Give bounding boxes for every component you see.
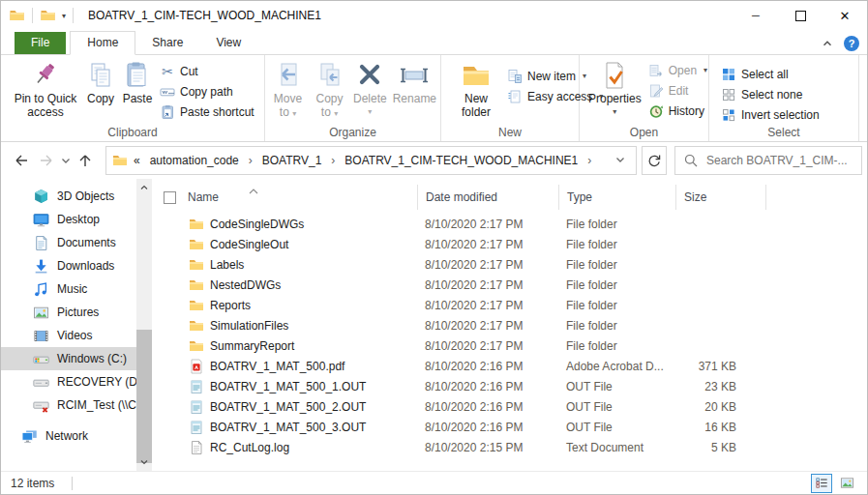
refresh-button[interactable] — [642, 146, 667, 175]
scroll-down-icon[interactable] — [138, 456, 150, 468]
cut-button[interactable]: ✂ Cut — [156, 61, 258, 81]
sidebar-item-label: Windows (C:) — [57, 352, 127, 365]
sidebar-item[interactable]: Downloads — [1, 254, 136, 277]
file-row[interactable]: BOATRV_1_MAT_500_1.OUT 8/10/2020 2:16 PM… — [156, 376, 867, 396]
app-folder-icon[interactable] — [9, 8, 25, 23]
file-row[interactable]: SimulationFiles 8/10/2020 2:17 PM File f… — [156, 315, 867, 335]
chevron-right-icon[interactable] — [241, 154, 260, 167]
move-to-button[interactable]: Move to — [267, 58, 309, 123]
help-icon[interactable] — [844, 36, 859, 51]
properties-button[interactable]: Properties — [585, 58, 644, 121]
select-none-button[interactable]: Select none — [717, 84, 823, 104]
thumbnail-view-button[interactable] — [836, 474, 857, 493]
history-button[interactable]: History — [644, 101, 711, 121]
file-name[interactable]: SimulationFiles — [210, 319, 288, 333]
pin-to-quick-access-button[interactable]: Pin to Quick access — [9, 58, 82, 121]
open-button[interactable]: Open — [644, 60, 711, 80]
sidebar-item[interactable]: Documents — [1, 231, 136, 254]
back-button[interactable] — [9, 146, 34, 175]
copy-to-button[interactable]: Copy to — [309, 58, 350, 123]
address-bar[interactable]: automation_code BOATRV_1 BOATRV_1_CIM-TE… — [105, 146, 637, 175]
sidebar-scrollbar[interactable] — [136, 179, 152, 471]
file-name[interactable]: BOATRV_1_MAT_500_2.OUT — [210, 400, 366, 414]
breadcrumb-overflow-icon[interactable] — [134, 154, 140, 167]
breadcrumb-label[interactable]: automation_code — [148, 152, 241, 169]
file-name[interactable]: RC_CutLog.log — [210, 441, 289, 454]
file-row[interactable]: Labels 8/10/2020 2:17 PM File folder — [156, 254, 867, 275]
collapse-ribbon-icon[interactable] — [821, 37, 834, 50]
maximize-button[interactable] — [778, 1, 823, 30]
file-name[interactable]: Reports — [210, 299, 251, 312]
address-dropdown-icon[interactable] — [611, 152, 630, 170]
tab-home[interactable]: Home — [70, 31, 135, 55]
sidebar-item[interactable]: 3D Objects — [1, 185, 136, 208]
sidebar-item[interactable]: Desktop — [1, 208, 136, 231]
close-button[interactable] — [823, 1, 867, 30]
file-name[interactable]: CodeSingleOut — [210, 238, 288, 251]
file-row[interactable]: CodeSingleDWGs 8/10/2020 2:17 PM File fo… — [156, 214, 867, 234]
column-header-date-modified[interactable]: Date modified — [417, 185, 558, 210]
thumbnail-view-icon — [840, 476, 854, 490]
file-name[interactable]: BOATRV_1_MAT_500_3.OUT — [210, 421, 366, 434]
tab-view[interactable]: View — [199, 32, 257, 54]
column-header-type[interactable]: Type — [558, 185, 675, 210]
file-name[interactable]: BOATRV_1_MAT_500_1.OUT — [210, 380, 366, 393]
select-all-button[interactable]: Select all — [717, 64, 823, 84]
item-count: 12 items — [11, 477, 54, 490]
rename-button[interactable]: Rename — [390, 58, 439, 107]
paste-shortcut-button[interactable]: Paste shortcut — [156, 102, 258, 122]
chevron-down-icon — [613, 152, 628, 167]
sidebar-item[interactable]: Music — [1, 277, 136, 301]
scrollbar-thumb[interactable] — [136, 330, 152, 463]
minimize-button[interactable] — [733, 1, 778, 30]
up-button[interactable] — [73, 146, 98, 175]
scroll-up-icon[interactable] — [138, 182, 150, 193]
chevron-right-icon[interactable] — [580, 154, 599, 167]
file-row[interactable]: CodeSingleOut 8/10/2020 2:17 PM File fol… — [156, 234, 867, 254]
select-all-checkbox[interactable] — [164, 191, 176, 204]
file-name[interactable]: SummaryReport — [210, 339, 294, 353]
sidebar-item[interactable]: RCIM_Test (\\Cir — [1, 393, 136, 417]
sidebar-item[interactable]: Windows (C:) — [1, 347, 136, 370]
file-row[interactable]: RC_CutLog.log 8/10/2020 2:15 PM Text Doc… — [156, 437, 867, 457]
quick-access-toolbar-dropdown-icon[interactable] — [62, 12, 66, 20]
forward-button[interactable] — [34, 146, 59, 175]
search-input[interactable] — [706, 154, 853, 167]
sort-ascending-icon[interactable] — [248, 185, 259, 192]
delete-label: Delete — [353, 92, 387, 105]
file-row[interactable]: SummaryReport 8/10/2020 2:17 PM File fol… — [156, 335, 867, 356]
videos-icon — [33, 328, 49, 344]
file-name[interactable]: BOATRV_1_MAT_500.pdf — [210, 360, 344, 373]
file-name[interactable]: CodeSingleDWGs — [210, 218, 304, 231]
tab-file[interactable]: File — [15, 32, 66, 54]
column-header-name[interactable]: Name — [156, 185, 417, 210]
new-folder-button[interactable]: New folder — [449, 58, 503, 121]
sidebar-item[interactable]: Pictures — [1, 301, 136, 324]
sidebar-item[interactable]: Videos — [1, 324, 136, 347]
new-group-label: New — [441, 126, 579, 139]
file-row[interactable]: Reports 8/10/2020 2:17 PM File folder — [156, 295, 867, 315]
quick-access-folder-icon[interactable] — [40, 8, 56, 23]
copy-button[interactable]: Copy — [82, 58, 119, 107]
file-row[interactable]: BOATRV_1_MAT_500_2.OUT 8/10/2020 2:16 PM… — [156, 396, 867, 417]
breadcrumb-label[interactable]: BOATRV_1_CIM-TECH_WOOD_MACHINE1 — [343, 152, 580, 169]
column-header-size[interactable]: Size — [675, 185, 765, 210]
tab-share[interactable]: Share — [135, 32, 199, 54]
file-row[interactable]: BOATRV_1_MAT_500.pdf 8/10/2020 2:16 PM A… — [156, 356, 867, 376]
invert-selection-button[interactable]: Invert selection — [717, 104, 823, 125]
file-name[interactable]: NestedDWGs — [210, 278, 281, 292]
paste-button[interactable]: Paste — [119, 58, 156, 107]
chevron-right-icon[interactable] — [323, 154, 343, 167]
copy-path-button[interactable]: Copy path — [156, 81, 258, 102]
details-view-button[interactable] — [811, 474, 832, 493]
file-row[interactable]: BOATRV_1_MAT_500_3.OUT 8/10/2020 2:16 PM… — [156, 417, 867, 437]
delete-button[interactable]: Delete — [350, 58, 390, 121]
file-row[interactable]: NestedDWGs 8/10/2020 2:17 PM File folder — [156, 275, 867, 295]
edit-button[interactable]: Edit — [644, 80, 711, 101]
recent-locations-button[interactable] — [59, 146, 73, 175]
pin-icon — [30, 60, 61, 91]
breadcrumb-label[interactable]: BOATRV_1 — [260, 152, 324, 169]
sidebar-item[interactable]: RECOVERY (D:) — [1, 370, 136, 393]
file-name[interactable]: Labels — [210, 258, 244, 272]
sidebar-item[interactable]: Network — [1, 424, 136, 448]
